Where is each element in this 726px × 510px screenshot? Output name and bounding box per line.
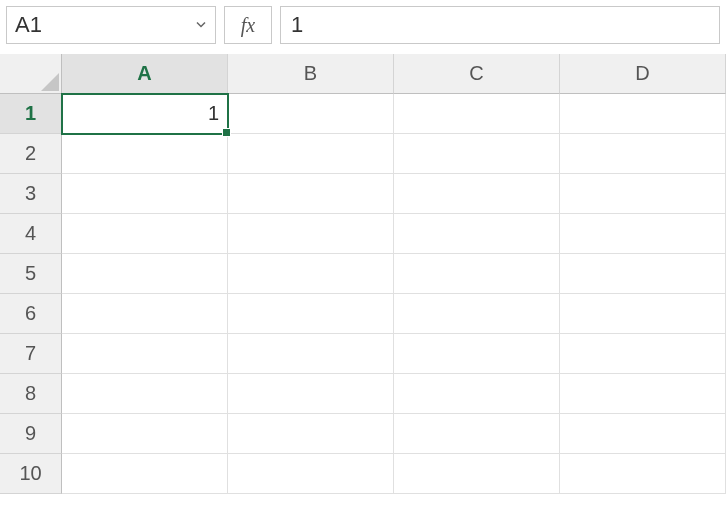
cell-D7[interactable] — [560, 334, 726, 374]
fx-icon: fx — [241, 14, 255, 37]
row-header-9[interactable]: 9 — [0, 414, 62, 454]
cell-B3[interactable] — [228, 174, 394, 214]
column-label: B — [304, 62, 317, 85]
row-label: 3 — [25, 182, 36, 205]
column-header-A[interactable]: A — [62, 54, 228, 94]
cell-C5[interactable] — [394, 254, 560, 294]
cell-C6[interactable] — [394, 294, 560, 334]
row-label: 6 — [25, 302, 36, 325]
row-header-1[interactable]: 1 — [0, 94, 62, 134]
cell-D4[interactable] — [560, 214, 726, 254]
cell-B4[interactable] — [228, 214, 394, 254]
row-label: 1 — [25, 102, 36, 125]
cell-B2[interactable] — [228, 134, 394, 174]
row-label: 7 — [25, 342, 36, 365]
cell-D3[interactable] — [560, 174, 726, 214]
column-label: D — [635, 62, 649, 85]
cell-A5[interactable] — [62, 254, 228, 294]
cell-D5[interactable] — [560, 254, 726, 294]
cell-B10[interactable] — [228, 454, 394, 494]
row-label: 4 — [25, 222, 36, 245]
cell-B8[interactable] — [228, 374, 394, 414]
row-header-4[interactable]: 4 — [0, 214, 62, 254]
cell-A9[interactable] — [62, 414, 228, 454]
cell-C4[interactable] — [394, 214, 560, 254]
row-header-8[interactable]: 8 — [0, 374, 62, 414]
column-header-B[interactable]: B — [228, 54, 394, 94]
cell-B1[interactable] — [228, 94, 394, 134]
column-label: A — [137, 62, 151, 85]
name-box-input[interactable] — [7, 7, 215, 43]
cell-C8[interactable] — [394, 374, 560, 414]
cell-A2[interactable] — [62, 134, 228, 174]
column-label: C — [469, 62, 483, 85]
formula-input-container[interactable] — [280, 6, 720, 44]
cell-A8[interactable] — [62, 374, 228, 414]
cell-C1[interactable] — [394, 94, 560, 134]
cell-A1[interactable]: 1 — [62, 94, 228, 134]
cell-D1[interactable] — [560, 94, 726, 134]
cell-B5[interactable] — [228, 254, 394, 294]
formula-input[interactable] — [281, 7, 719, 43]
cell-D2[interactable] — [560, 134, 726, 174]
cell-value: 1 — [208, 102, 219, 125]
cell-C10[interactable] — [394, 454, 560, 494]
cell-A3[interactable] — [62, 174, 228, 214]
row-header-5[interactable]: 5 — [0, 254, 62, 294]
cell-D9[interactable] — [560, 414, 726, 454]
row-header-7[interactable]: 7 — [0, 334, 62, 374]
row-label: 8 — [25, 382, 36, 405]
row-label: 2 — [25, 142, 36, 165]
row-header-2[interactable]: 2 — [0, 134, 62, 174]
row-header-10[interactable]: 10 — [0, 454, 62, 494]
select-all-corner[interactable] — [0, 54, 62, 94]
cell-C9[interactable] — [394, 414, 560, 454]
cell-D8[interactable] — [560, 374, 726, 414]
name-box[interactable] — [6, 6, 216, 44]
formula-bar: fx — [0, 0, 726, 54]
cell-C3[interactable] — [394, 174, 560, 214]
insert-function-button[interactable]: fx — [224, 6, 272, 44]
cell-A7[interactable] — [62, 334, 228, 374]
cell-D6[interactable] — [560, 294, 726, 334]
row-label: 5 — [25, 262, 36, 285]
row-header-6[interactable]: 6 — [0, 294, 62, 334]
cell-B6[interactable] — [228, 294, 394, 334]
column-header-D[interactable]: D — [560, 54, 726, 94]
cell-A10[interactable] — [62, 454, 228, 494]
row-header-3[interactable]: 3 — [0, 174, 62, 214]
chevron-down-icon[interactable] — [195, 15, 207, 36]
cell-A4[interactable] — [62, 214, 228, 254]
row-label: 9 — [25, 422, 36, 445]
cell-C2[interactable] — [394, 134, 560, 174]
cell-B7[interactable] — [228, 334, 394, 374]
cell-D10[interactable] — [560, 454, 726, 494]
spreadsheet-grid: A B C D 1 1 2 3 4 5 6 7 8 9 10 — [0, 54, 726, 494]
column-header-C[interactable]: C — [394, 54, 560, 94]
cell-A6[interactable] — [62, 294, 228, 334]
cell-B9[interactable] — [228, 414, 394, 454]
row-label: 10 — [19, 462, 41, 485]
cell-C7[interactable] — [394, 334, 560, 374]
